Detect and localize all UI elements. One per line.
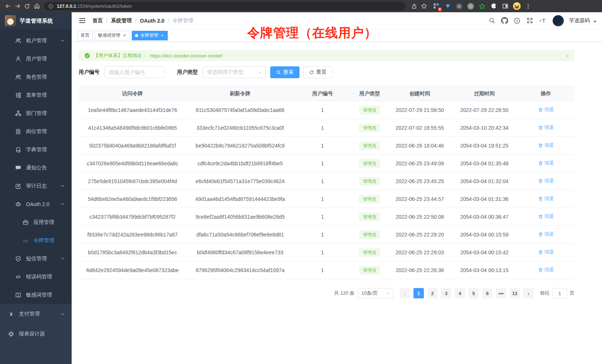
help-icon[interactable]: ? — [512, 16, 522, 26]
tab-敏感词管理[interactable]: 敏感词管理× — [95, 31, 130, 40]
sidebar-item-通知公告[interactable]: 通知公告 — [0, 159, 72, 177]
sidebar-menu: 租户管理用户管理角色管理菜单管理部门管理岗位管理字典管理通知公告审计日志OAut… — [0, 29, 72, 364]
sidebar-item-用户管理[interactable]: 用户管理 — [0, 50, 72, 68]
avatar[interactable] — [553, 15, 564, 26]
alert-doc-link[interactable]: https://doc.iocoder.cn/user-center/ — [150, 53, 223, 59]
sidebar-item-敏感词管理[interactable]: 敏感词管理 — [0, 286, 72, 304]
page-size-select[interactable]: 10条/页∨ — [358, 288, 393, 298]
sidebar-item-错误码管理[interactable]: 错误码管理 — [0, 268, 72, 286]
sidebar-item-OAuth 2.0[interactable]: OAuth 2.0 — [0, 195, 72, 213]
record-icon[interactable] — [466, 2, 475, 11]
briefcase-icon — [22, 219, 29, 225]
action-cell: 强退 — [517, 101, 575, 119]
force-logout-button[interactable]: 强退 — [538, 213, 554, 220]
action-cell: 强退 — [517, 155, 575, 172]
back-icon[interactable] — [3, 1, 13, 11]
puzzle-icon[interactable] — [489, 2, 498, 11]
force-logout-button[interactable]: 强退 — [538, 195, 554, 202]
column-header-操作: 操作 — [517, 86, 575, 101]
force-logout-button[interactable]: 强退 — [538, 106, 554, 113]
sidebar-item-label: 通知公告 — [26, 165, 47, 171]
sidebar-item-支付管理[interactable]: ¥支付管理 — [0, 304, 72, 324]
sidebar-item-菜单管理[interactable]: 菜单管理 — [0, 86, 72, 104]
force-logout-button[interactable]: 强退 — [538, 160, 554, 166]
force-logout-button[interactable]: 强退 — [538, 142, 554, 149]
sidebar-item-字典管理[interactable]: 字典管理 — [0, 140, 72, 159]
star-icon[interactable] — [419, 1, 429, 11]
user-id-input[interactable] — [104, 66, 165, 78]
profile-emoji[interactable] — [512, 2, 521, 11]
user-type-select[interactable]: 请选择用户类型 ∨ — [203, 66, 266, 78]
green-star-icon[interactable] — [478, 2, 487, 11]
share-icon[interactable] — [409, 1, 419, 11]
breadcrumb-item[interactable]: 系统管理 — [111, 17, 132, 24]
shield-icon — [15, 256, 21, 262]
page-button-2[interactable]: 2 — [427, 288, 438, 298]
sidebar-item-部门管理[interactable]: 部门管理 — [0, 104, 72, 122]
sidebar-item-角色管理[interactable]: 角色管理 — [0, 68, 72, 86]
table-row: f9336e7c7dd242a283ee98dc86b17a87dfa6c71a… — [79, 226, 575, 244]
action-cell: 强退 — [517, 261, 575, 279]
sidebar-item-租户管理[interactable]: 租户管理 — [0, 32, 72, 50]
next-page-button[interactable]: › — [523, 288, 534, 298]
breadcrumb-item[interactable]: 首页 — [92, 17, 103, 24]
page-button-6[interactable]: 6 — [482, 288, 493, 298]
user-id-cell: 1 — [294, 261, 351, 279]
page-button-4[interactable]: 4 — [455, 288, 465, 298]
user-name[interactable]: 芋道源码 — [569, 17, 590, 24]
home-icon[interactable] — [32, 1, 42, 11]
breadcrumb-item[interactable]: OAuth 2.0 — [140, 18, 164, 24]
force-logout-label: 强退 — [544, 249, 554, 255]
page-button-12[interactable]: 12 — [510, 288, 520, 298]
force-logout-button[interactable]: 强退 — [538, 178, 554, 184]
sidebar-item-短信管理[interactable]: 短信管理 — [0, 249, 72, 268]
force-logout-label: 强退 — [544, 178, 554, 184]
more-pages-button[interactable]: ••• — [496, 288, 506, 298]
trash-icon — [538, 161, 543, 166]
site-info-icon[interactable] — [48, 4, 53, 9]
fullscreen-icon[interactable] — [524, 16, 535, 26]
close-tab-icon[interactable]: × — [160, 33, 164, 38]
overflow-menu-icon[interactable] — [524, 2, 533, 11]
forward-icon[interactable] — [13, 1, 22, 11]
reload-icon[interactable] — [22, 1, 32, 11]
search-button[interactable]: 搜索 — [270, 66, 300, 78]
force-logout-button[interactable]: 强退 — [538, 267, 554, 273]
sidebar-item-岗位管理[interactable]: 岗位管理 — [0, 122, 72, 140]
tab-令牌管理[interactable]: 令牌管理× — [132, 31, 168, 40]
goto-page-input[interactable] — [552, 288, 567, 298]
prev-page-button[interactable]: ‹ — [400, 288, 410, 298]
alert-close-icon[interactable]: × — [566, 53, 569, 59]
table-row: 1ea5e44f8bc1467aaede43144f31de76811c5304… — [79, 101, 575, 119]
column-header-访问令牌: 访问令牌 — [79, 86, 186, 101]
chevron-down-icon — [60, 312, 65, 316]
force-logout-button[interactable]: 强退 — [538, 231, 554, 238]
reset-button[interactable]: 重置 — [303, 66, 333, 78]
app-logo[interactable]: 芋道管理系统 — [0, 12, 72, 29]
created-time-cell: 2022-06-25 22:50:08 — [388, 208, 451, 226]
sidebar-item-应用管理[interactable]: 应用管理 — [0, 213, 72, 231]
user-type-placeholder: 请选择用户类型 — [207, 69, 243, 76]
sidebar-item-令牌管理[interactable]: (A)令牌管理 — [0, 231, 72, 249]
split-screen-icon[interactable] — [501, 2, 510, 11]
expire-time-cell: 2054-03-04 00:36:47 — [451, 208, 517, 226]
page-button-1[interactable]: 1 — [413, 288, 424, 298]
force-logout-button[interactable]: 强退 — [538, 249, 554, 255]
menu-section-sub: 租户管理用户管理角色管理菜单管理部门管理岗位管理字典管理通知公告审计日志OAut… — [0, 29, 72, 304]
force-logout-button[interactable]: 强退 — [538, 124, 554, 131]
page-button-5[interactable]: 5 — [468, 288, 479, 298]
tab-首页[interactable]: 首页 — [77, 31, 93, 40]
created-time-cell: 2022-07-02 18:55:55 — [388, 119, 451, 137]
page-button-3[interactable]: 3 — [441, 288, 451, 298]
url-bar[interactable]: 127.0.0.1:1024/system/oauth2/token — [44, 2, 406, 10]
hamburger-icon[interactable] — [77, 16, 87, 26]
gem-icon[interactable] — [443, 2, 452, 11]
extensions-grid-icon[interactable]: 9 — [432, 2, 441, 11]
command-icon[interactable]: ⌘ — [455, 2, 464, 11]
sidebar-item-审计日志[interactable]: 审计日志 — [0, 177, 72, 195]
sidebar-item-报表设计器[interactable]: 报表设计器 — [0, 324, 72, 344]
github-icon[interactable] — [499, 16, 510, 26]
font-size-icon[interactable]: TT — [537, 16, 547, 26]
close-tab-icon[interactable]: × — [122, 33, 127, 38]
search-icon[interactable] — [487, 16, 497, 26]
